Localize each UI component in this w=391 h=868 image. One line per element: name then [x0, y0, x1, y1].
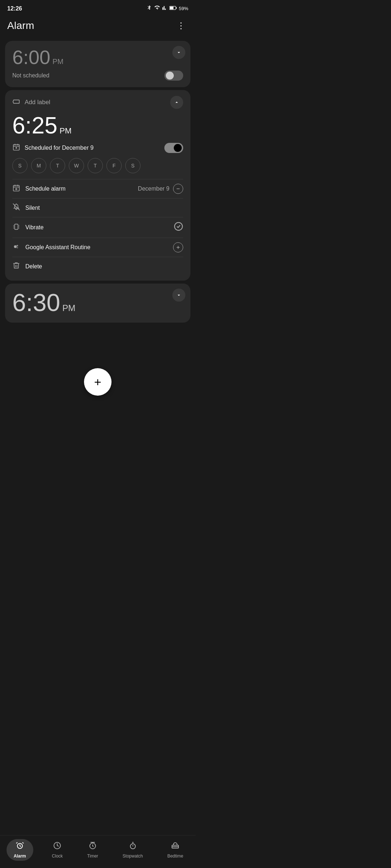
day-thursday[interactable]: T	[88, 158, 103, 173]
add-assistant-button[interactable]	[173, 242, 183, 252]
ringtone-label: Silent	[25, 205, 40, 211]
svg-rect-15	[14, 224, 18, 229]
scheduled-text: Scheduled for December 9	[25, 145, 93, 151]
calendar-icon	[12, 143, 20, 153]
alarm-ampm-1: PM	[52, 58, 63, 66]
alarm-time-1: 6:00	[12, 47, 50, 67]
day-wednesday[interactable]: W	[69, 158, 84, 173]
page-title: Alarm	[7, 20, 34, 31]
add-label-text[interactable]: Add label	[25, 99, 50, 106]
vibrate-icon	[12, 223, 20, 233]
svg-rect-2	[170, 7, 173, 9]
schedule-alarm-label: Schedule alarm	[25, 186, 66, 192]
toggle-thumb-2	[174, 144, 182, 152]
alarm-label-row: Add label	[12, 96, 183, 109]
alarm-ampm-3: PM	[62, 303, 75, 313]
vibrate-check[interactable]	[174, 222, 183, 233]
alarm-time-display-3[interactable]: 6:30 PM	[12, 290, 183, 315]
alarm-toggle-1[interactable]	[164, 71, 183, 81]
svg-point-23	[14, 245, 17, 248]
svg-line-14	[13, 204, 20, 210]
assistant-icon	[12, 243, 20, 252]
status-icons: 59%	[146, 5, 188, 12]
collapse-button-2[interactable]	[170, 96, 183, 109]
assistant-row[interactable]: Google Assistant Routine	[12, 238, 183, 257]
expand-button-1[interactable]	[172, 46, 185, 59]
silent-icon	[12, 203, 20, 213]
app-header: Alarm ⋮	[0, 15, 196, 38]
delete-icon	[12, 261, 20, 271]
schedule-alarm-date: December 9	[138, 186, 169, 192]
status-time: 12:26	[7, 5, 22, 12]
alarm-card-2: Add label 6:25 PM Scheduled for December…	[5, 90, 190, 281]
alarm-time-display-1[interactable]: 6:00 PM	[12, 47, 183, 67]
day-friday[interactable]: F	[106, 158, 122, 173]
battery-icon	[169, 5, 177, 12]
alarm-time-3: 6:30	[12, 290, 60, 315]
signal-icon	[162, 5, 167, 12]
day-monday[interactable]: M	[31, 158, 46, 173]
svg-point-24	[16, 244, 18, 246]
alarm-card-3: 6:30 PM	[5, 284, 190, 323]
scheduled-row: Scheduled for December 9	[12, 143, 183, 153]
schedule-alarm-row[interactable]: Schedule alarm December 9	[12, 179, 183, 198]
toggle-thumb-1	[166, 72, 174, 80]
alarm-card-1: 6:00 PM Not scheduled	[5, 41, 190, 87]
alarm-toggle-row-1: Not scheduled	[12, 71, 183, 81]
more-menu-button[interactable]: ⋮	[174, 19, 188, 32]
vibrate-row[interactable]: Vibrate	[12, 217, 183, 238]
svg-point-12	[16, 188, 17, 190]
delete-label: Delete	[25, 263, 42, 270]
vibrate-label: Vibrate	[25, 224, 43, 231]
delete-row[interactable]: Delete	[12, 257, 183, 276]
assistant-label: Google Assistant Routine	[25, 244, 91, 251]
battery-percent: 59%	[179, 6, 188, 11]
status-bar: 12:26 59%	[0, 0, 196, 15]
alarm-status-1: Not scheduled	[12, 72, 49, 79]
svg-rect-1	[176, 7, 177, 9]
alarm-time-2: 6:25	[12, 114, 58, 137]
alarm-ampm-2: PM	[60, 126, 72, 136]
add-alarm-fab[interactable]: +	[84, 368, 112, 396]
wifi-icon	[154, 5, 160, 12]
expand-button-3[interactable]	[172, 289, 185, 302]
day-sunday[interactable]: S	[12, 158, 28, 173]
alarm-toggle-2[interactable]	[164, 143, 183, 153]
label-icon	[12, 98, 20, 107]
remove-schedule-button[interactable]	[173, 184, 183, 194]
svg-point-25	[16, 247, 18, 248]
day-circles: S M T W T F S	[12, 158, 183, 173]
alarm-time-display-2[interactable]: 6:25 PM	[12, 114, 183, 137]
day-tuesday[interactable]: T	[50, 158, 65, 173]
svg-point-22	[175, 222, 182, 230]
svg-point-7	[16, 147, 17, 148]
bluetooth-icon	[146, 5, 152, 12]
schedule-alarm-icon	[12, 184, 20, 194]
day-saturday[interactable]: S	[125, 158, 140, 173]
plus-icon: +	[94, 375, 101, 389]
ringtone-row[interactable]: Silent	[12, 198, 183, 217]
